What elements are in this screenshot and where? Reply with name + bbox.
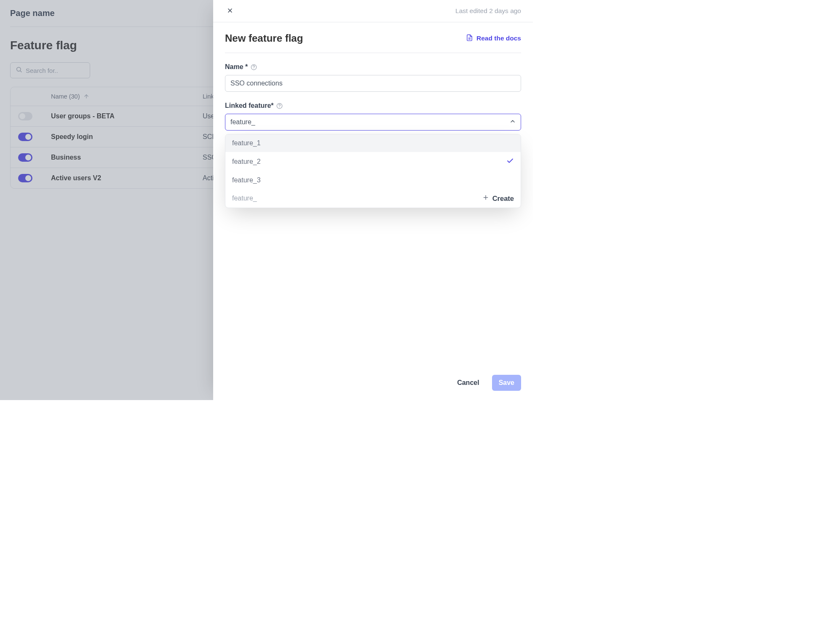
name-label-text: Name * [225,63,248,71]
new-feature-flag-drawer: Last edited 2 days ago New feature flag … [213,0,533,400]
close-icon [227,7,233,15]
linked-feature-label-text: Linked feature* [225,102,274,109]
help-icon[interactable] [250,64,257,70]
plus-icon [482,194,489,203]
close-button[interactable] [225,6,235,16]
linked-feature-combobox[interactable]: feature_1 feature_2 feature_3 feature_ [225,114,521,131]
linked-feature-label: Linked feature* [225,102,521,109]
name-label: Name * [225,63,521,71]
dropdown-option[interactable]: feature_3 [225,171,521,189]
dropdown-create-option[interactable]: feature_ Create [225,189,521,208]
dropdown-option[interactable]: feature_2 [225,152,521,171]
name-input[interactable] [225,75,521,92]
check-icon [506,157,514,166]
option-label: feature_2 [232,158,261,166]
dropdown-option[interactable]: feature_1 [225,134,521,152]
cancel-button[interactable]: Cancel [450,375,486,391]
document-icon [466,34,473,43]
read-docs-link[interactable]: Read the docs [466,34,521,43]
last-edited-text: Last edited 2 days ago [455,7,521,15]
option-label: feature_1 [232,139,261,147]
option-label: feature_3 [232,176,261,184]
create-option-prefix: feature_ [232,195,257,202]
drawer-heading: New feature flag [225,32,303,44]
linked-feature-dropdown: feature_1 feature_2 feature_3 feature_ [225,134,521,208]
help-icon[interactable] [276,102,283,109]
save-button[interactable]: Save [492,375,521,391]
drawer-body: New feature flag Read the docs Name * Li… [213,22,533,367]
drawer-header: Last edited 2 days ago [213,0,533,22]
drawer-footer: Cancel Save [213,367,533,400]
create-option-label: Create [492,195,514,203]
docs-link-label: Read the docs [476,35,521,42]
linked-feature-input[interactable] [225,114,521,131]
drawer-heading-row: New feature flag Read the docs [225,32,521,53]
